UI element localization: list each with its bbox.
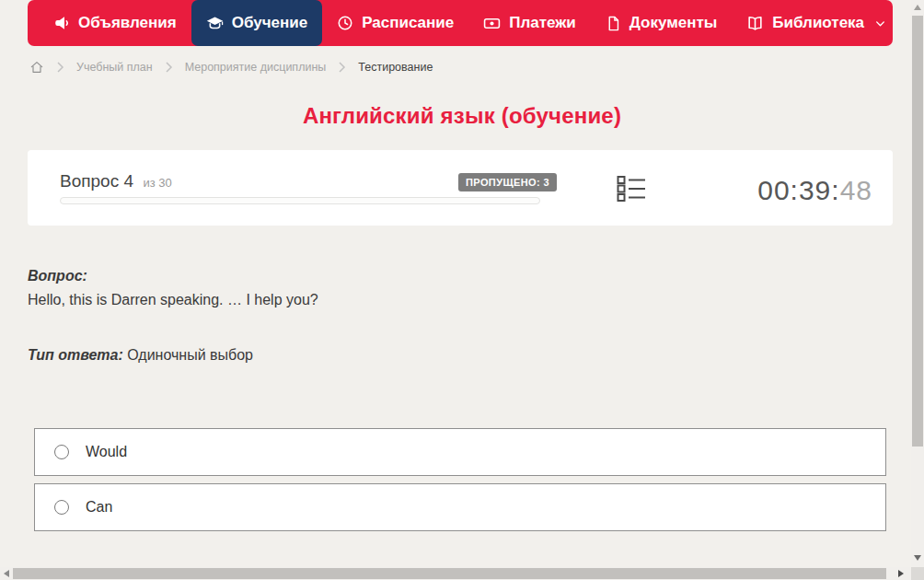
breadcrumb: Учебный план Мероприятие дисциплины Тест… bbox=[29, 57, 433, 77]
nav-item-training[interactable]: Обучение bbox=[191, 0, 322, 46]
timer: 00:39:48 bbox=[757, 177, 872, 204]
question-text: Hello, this is Darren speaking. … I help… bbox=[28, 292, 318, 308]
scroll-up-icon[interactable] bbox=[911, 0, 924, 15]
document-icon bbox=[606, 16, 621, 31]
radio-icon[interactable] bbox=[54, 445, 69, 459]
nav-item-library[interactable]: Библиотека bbox=[732, 0, 901, 46]
scrollbar-corner bbox=[911, 567, 924, 580]
banknote-icon bbox=[483, 15, 501, 32]
vertical-scrollbar-thumb[interactable] bbox=[912, 16, 923, 447]
breadcrumb-curriculum[interactable]: Учебный план bbox=[76, 61, 153, 74]
question-list-icon[interactable] bbox=[617, 175, 648, 203]
home-icon[interactable] bbox=[29, 60, 44, 75]
nav-item-label: Платежи bbox=[509, 14, 576, 32]
timer-seconds: 48 bbox=[840, 175, 872, 205]
nav-item-label: Объявления bbox=[78, 14, 177, 32]
breadcrumb-testing: Тестирование bbox=[358, 61, 433, 74]
answer-option-label: Would bbox=[86, 444, 127, 460]
breadcrumb-discipline-event[interactable]: Мероприятие дисциплины bbox=[185, 61, 327, 74]
nav-item-documents[interactable]: Документы bbox=[591, 0, 733, 46]
graduation-cap-icon bbox=[206, 15, 224, 32]
question-number: Вопрос 4 bbox=[60, 171, 133, 191]
clock-icon bbox=[337, 15, 353, 31]
nav-item-schedule[interactable]: Расписание bbox=[322, 0, 468, 46]
answer-type-value: Одиночный выбор bbox=[127, 347, 253, 363]
chevron-down-icon bbox=[874, 17, 886, 29]
nav-item-label: Обучение bbox=[232, 14, 307, 32]
nav-item-label: Расписание bbox=[362, 14, 454, 32]
question-counter: Вопрос 4 из 30 bbox=[60, 171, 172, 191]
horizontal-scrollbar-thumb[interactable] bbox=[13, 568, 886, 579]
answer-option-can[interactable]: Can bbox=[34, 483, 886, 531]
skipped-badge: ПРОПУЩЕНО: 3 bbox=[458, 173, 557, 191]
megaphone-icon bbox=[53, 15, 70, 31]
nav-item-label: Библиотека bbox=[772, 14, 864, 32]
nav-item-label: Документы bbox=[629, 14, 718, 32]
answer-option-would[interactable]: Would bbox=[34, 428, 886, 476]
question-panel: Вопрос 4 из 30 ПРОПУЩЕНО: 3 00:39:48 bbox=[28, 150, 893, 226]
question-label: Вопрос: bbox=[28, 268, 87, 284]
scroll-left-icon[interactable] bbox=[0, 567, 13, 580]
book-icon bbox=[746, 15, 764, 32]
horizontal-scrollbar[interactable] bbox=[0, 567, 911, 580]
main-nav: Объявления Обучение Расписание Платежи Д… bbox=[28, 0, 893, 46]
answer-option-label: Can bbox=[86, 499, 112, 516]
progress-bar bbox=[60, 197, 540, 204]
answer-type-row: Тип ответа: Одиночный выбор bbox=[28, 347, 253, 364]
timer-hours-minutes: 00:39: bbox=[757, 175, 839, 205]
radio-icon[interactable] bbox=[54, 500, 69, 515]
answer-type-label: Тип ответа: bbox=[28, 347, 123, 363]
scroll-right-icon[interactable] bbox=[895, 567, 907, 580]
scroll-down-icon[interactable] bbox=[911, 551, 924, 565]
chevron-right-icon bbox=[338, 62, 346, 73]
nav-item-payments[interactable]: Платежи bbox=[468, 0, 591, 46]
page-title: Английский язык (обучение) bbox=[0, 103, 924, 129]
chevron-right-icon bbox=[165, 62, 173, 73]
chevron-right-icon bbox=[56, 62, 64, 73]
vertical-scrollbar[interactable] bbox=[911, 0, 924, 567]
question-total: из 30 bbox=[143, 176, 171, 190]
screen: Объявления Обучение Расписание Платежи Д… bbox=[0, 0, 924, 580]
nav-item-announcements[interactable]: Объявления bbox=[39, 0, 191, 46]
